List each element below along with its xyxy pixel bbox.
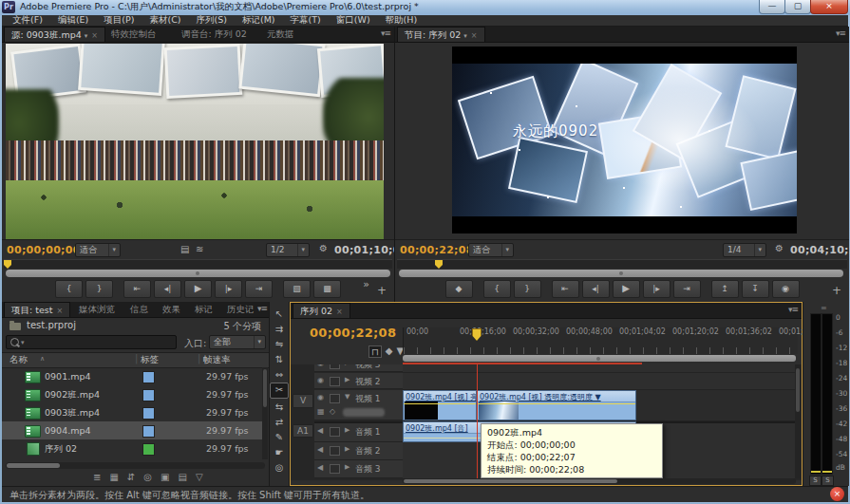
panel-menu-icon[interactable]: ▾≡ bbox=[836, 28, 845, 38]
step-back-button[interactable]: ◂| bbox=[154, 280, 181, 298]
eye-icon[interactable]: ◉ bbox=[317, 393, 324, 401]
table-row[interactable]: 序列 02 29.97 fps bbox=[2, 439, 262, 457]
track-content-video2[interactable] bbox=[403, 373, 795, 390]
tab-project[interactable]: 项目: test× bbox=[4, 302, 70, 317]
go-to-out-button[interactable]: ⇥ bbox=[673, 280, 701, 298]
snap-icon[interactable]: ⊓ bbox=[368, 345, 382, 358]
playhead-line[interactable] bbox=[477, 364, 478, 480]
lock-toggle[interactable] bbox=[330, 427, 340, 437]
lock-toggle[interactable] bbox=[330, 364, 340, 369]
slide-tool[interactable]: ⇄ bbox=[271, 415, 288, 429]
go-to-out-button[interactable]: ⇥ bbox=[245, 280, 273, 298]
button-overflow-icon[interactable]: » bbox=[363, 278, 369, 290]
menu-file[interactable]: 文件(F) bbox=[6, 14, 49, 27]
automate-to-sequence-icon[interactable]: ⇵ bbox=[127, 472, 135, 482]
new-bin-icon[interactable]: ▣ bbox=[161, 472, 169, 482]
notification-badge[interactable]: × bbox=[830, 487, 844, 501]
drag-video-icon[interactable]: ▤ bbox=[180, 244, 189, 254]
menu-edit[interactable]: 编辑(E) bbox=[51, 14, 95, 27]
mark-out-button[interactable]: } bbox=[85, 280, 113, 298]
table-row-selected[interactable]: 0904.mp4 29.97 fps bbox=[2, 421, 262, 439]
play-button[interactable]: ▶ bbox=[184, 280, 212, 298]
table-row[interactable]: 0902班.mp4 29.97 fps bbox=[2, 385, 262, 403]
tab-effect-controls[interactable]: 特效控制台 bbox=[104, 27, 163, 41]
razor-tool[interactable]: ✂ bbox=[270, 383, 289, 399]
lift-button[interactable]: ↥ bbox=[711, 280, 739, 298]
solo-left-button[interactable]: S bbox=[809, 476, 822, 486]
lock-toggle[interactable] bbox=[330, 464, 340, 474]
keyframe-icon[interactable]: ◇ bbox=[330, 407, 335, 416]
drag-audio-icon[interactable]: ≋ bbox=[196, 244, 203, 254]
expand-icon[interactable]: ▼ bbox=[345, 393, 349, 401]
collapse-icon[interactable]: ▶ bbox=[345, 426, 349, 434]
find-icon[interactable]: ◎ bbox=[143, 472, 152, 482]
extract-button[interactable]: ↧ bbox=[742, 280, 769, 298]
source-fit-select[interactable]: 适合▾ bbox=[75, 243, 121, 257]
speaker-icon[interactable]: ◀ bbox=[317, 463, 323, 472]
source-time-ruler[interactable] bbox=[4, 259, 392, 269]
tab-info[interactable]: 信息 bbox=[123, 302, 155, 316]
search-options-caret-icon[interactable]: ▾ bbox=[21, 339, 25, 346]
close-icon[interactable]: × bbox=[56, 307, 63, 315]
track-header-video3[interactable]: ◉ ▶ 视频 3 bbox=[314, 364, 403, 372]
menu-help[interactable]: 帮助(H) bbox=[379, 14, 425, 27]
settings-wrench-icon[interactable]: ⚙ bbox=[319, 243, 328, 253]
program-video-frame[interactable]: 永远的0902 bbox=[452, 47, 797, 233]
collapse-icon[interactable]: ▶ bbox=[345, 376, 349, 383]
play-button[interactable]: ▶ bbox=[613, 280, 640, 298]
project-file-row[interactable]: test.prproj 5 个分项 bbox=[2, 318, 269, 333]
audio1-target-badge[interactable]: A1 bbox=[293, 424, 313, 438]
track-header-video1[interactable]: ◉ ▼ 视频 1 ▦ ◇ bbox=[314, 390, 403, 420]
mark-in-button[interactable]: { bbox=[55, 280, 83, 298]
column-label[interactable]: 标签 bbox=[141, 354, 159, 366]
add-marker-button[interactable]: ◆ bbox=[445, 280, 473, 298]
program-current-timecode[interactable]: 00;00;22;08 bbox=[400, 244, 474, 256]
speaker-icon[interactable]: ◀ bbox=[317, 445, 323, 454]
menu-project[interactable]: 项目(P) bbox=[97, 14, 141, 27]
program-zoom-scrollbar[interactable] bbox=[399, 270, 843, 277]
program-playhead[interactable] bbox=[435, 260, 443, 269]
tab-source[interactable]: 源: 0903班.mp4▾× bbox=[4, 27, 105, 42]
label-chip[interactable] bbox=[142, 407, 155, 420]
step-back-button[interactable]: ◂| bbox=[582, 280, 610, 298]
tab-metadata[interactable]: 元数据 bbox=[260, 27, 301, 41]
tab-history[interactable]: 历史记 bbox=[220, 302, 261, 316]
menu-clip[interactable]: 素材(C) bbox=[142, 14, 187, 27]
go-to-in-button[interactable]: ⇤ bbox=[123, 280, 151, 298]
minimize-button[interactable]: — bbox=[759, 0, 785, 14]
tab-effects[interactable]: 效果 bbox=[156, 302, 187, 316]
time-ruler[interactable]: 00;00 00;00;16;00 00;00;32;00 00;00;48;0… bbox=[403, 327, 798, 354]
menu-sequence[interactable]: 序列(S) bbox=[190, 14, 234, 27]
timeline-clip-video1-a[interactable]: 0902班.mp4 [视] 亮▼ bbox=[403, 390, 477, 420]
timeline-current-timecode[interactable]: 00;00;22;08 bbox=[310, 326, 396, 340]
timeline-vscrollbar[interactable] bbox=[795, 364, 801, 478]
icon-view-icon[interactable]: ▦ bbox=[109, 472, 118, 482]
hand-tool[interactable]: ☛ bbox=[271, 445, 288, 459]
display-style-icon[interactable]: ▦ bbox=[317, 407, 325, 416]
eye-icon[interactable]: ◉ bbox=[317, 364, 324, 367]
track-header-audio3[interactable]: ◀ ▶ 音频 3 bbox=[314, 460, 403, 478]
selection-tool[interactable]: ↖ bbox=[271, 307, 288, 321]
source-playhead[interactable] bbox=[4, 260, 11, 269]
timeline-hscrollbar[interactable] bbox=[403, 478, 796, 484]
button-editor-plus-icon[interactable]: + bbox=[832, 284, 841, 297]
close-icon[interactable]: × bbox=[91, 31, 98, 40]
source-zoom-scrollbar[interactable] bbox=[6, 270, 390, 277]
panel-menu-icon[interactable]: ▾≡ bbox=[788, 305, 798, 314]
source-current-timecode[interactable]: 00;00;00;00 bbox=[7, 244, 81, 256]
mark-in-button[interactable]: { bbox=[483, 280, 511, 298]
encore-chapter-marker-icon[interactable]: ◆ bbox=[386, 345, 393, 358]
title-bar[interactable]: Pr Adobe Premiere Pro - C:\用户\Administra… bbox=[0, 0, 850, 15]
step-forward-button[interactable]: |▸ bbox=[215, 280, 242, 298]
overwrite-button[interactable]: ▩ bbox=[313, 280, 341, 298]
insert-button[interactable]: ▧ bbox=[283, 280, 311, 298]
ripple-edit-tool[interactable]: ⇋ bbox=[271, 337, 288, 351]
column-name[interactable]: 名称 bbox=[9, 354, 28, 366]
maximize-button[interactable]: ▢ bbox=[784, 0, 811, 14]
zoom-tool[interactable]: ◎ bbox=[271, 460, 288, 475]
panel-menu-icon[interactable]: ▾≡ bbox=[257, 304, 267, 313]
close-icon[interactable]: × bbox=[336, 308, 343, 316]
pen-tool[interactable]: ✎ bbox=[271, 430, 288, 444]
program-time-ruler[interactable] bbox=[397, 259, 847, 269]
program-resolution-select[interactable]: 1/4▾ bbox=[723, 243, 766, 257]
